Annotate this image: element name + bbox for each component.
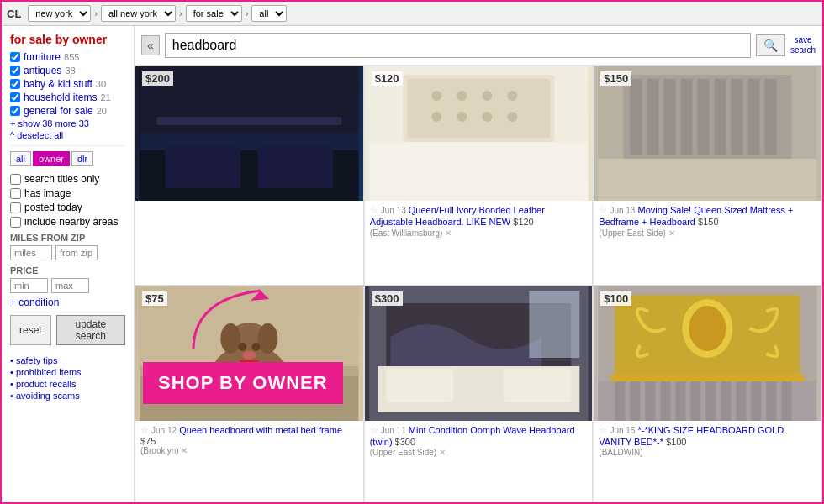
svg-rect-17: [369, 142, 588, 201]
nav-arrow-2: ›: [179, 8, 182, 18]
listing-item-2[interactable]: $120: [364, 66, 594, 286]
save-search-button[interactable]: save search: [790, 35, 816, 55]
svg-point-9: [431, 91, 441, 101]
category-general: general for sale 20: [10, 105, 125, 117]
tab-dlr[interactable]: dlr: [71, 151, 93, 166]
avoiding-scams-link[interactable]: avoiding scams: [10, 391, 125, 401]
filter-posted-today: posted today: [10, 202, 125, 213]
category-general-checkbox[interactable]: [10, 106, 20, 116]
svg-rect-21: [647, 79, 659, 155]
region-select[interactable]: all new york: [101, 5, 176, 22]
price-max-input[interactable]: [51, 278, 89, 293]
tab-all[interactable]: all: [10, 151, 31, 166]
reset-button[interactable]: reset: [10, 315, 51, 345]
search-prev-button[interactable]: «: [141, 35, 160, 55]
save-label: save: [794, 35, 811, 45]
posted-today-checkbox[interactable]: [10, 202, 21, 213]
nav-arrow-3: ›: [246, 8, 249, 18]
show-more-count: 33: [79, 118, 89, 129]
listing-item-5[interactable]: $300: [364, 286, 594, 505]
listing-5-image: [365, 286, 593, 421]
has-image-checkbox[interactable]: [10, 188, 21, 199]
search-titles-checkbox[interactable]: [10, 174, 21, 185]
svg-point-15: [482, 112, 492, 122]
listing-item-1[interactable]: $200: [135, 66, 364, 286]
location-select[interactable]: new york: [28, 5, 91, 22]
category-furniture-count: 855: [64, 52, 79, 62]
sale-select[interactable]: for sale: [186, 5, 242, 22]
listing-3-price-tag: $150: [698, 217, 718, 227]
listing-2-location: (East Williamsburg) ✕: [370, 228, 588, 238]
subcategory-select[interactable]: all: [251, 5, 287, 22]
listing-4-image: [135, 286, 363, 421]
svg-rect-8: [407, 79, 550, 138]
filter-search-titles: search titles only: [10, 173, 125, 185]
listing-item-6[interactable]: $100: [593, 286, 822, 505]
listing-3-price: $150: [600, 71, 631, 86]
listing-4-price-tag: $75: [140, 436, 156, 446]
category-baby-checkbox[interactable]: [10, 79, 20, 89]
svg-rect-29: [599, 159, 817, 201]
search-submit-button[interactable]: 🔍: [756, 34, 785, 56]
zip-input[interactable]: [55, 245, 98, 260]
category-household: household items 21: [10, 92, 125, 103]
condition-toggle[interactable]: + condition: [10, 297, 125, 308]
search-titles-label: search titles only: [24, 173, 99, 185]
svg-point-35: [220, 323, 240, 354]
category-antiques-count: 38: [65, 66, 75, 76]
svg-rect-62: [721, 381, 732, 421]
listings-grid: $200 $120: [135, 66, 822, 504]
price-min-input[interactable]: [10, 278, 48, 293]
safety-tips-link[interactable]: safety tips: [10, 355, 125, 365]
search-label: search: [790, 45, 816, 55]
svg-rect-28: [765, 79, 777, 155]
category-furniture-checkbox[interactable]: [10, 52, 20, 62]
listing-5-star: ☆: [370, 425, 378, 435]
listing-6-date: Jun 15: [610, 426, 635, 435]
listing-6-price-tag: $100: [666, 437, 686, 447]
show-more-link[interactable]: + show 38 more 33: [10, 118, 125, 129]
nearby-checkbox[interactable]: [10, 217, 21, 228]
listing-6-location: (BALDWIN): [599, 448, 816, 457]
grid-wrapper: $200 $120: [135, 66, 822, 504]
listing-4-title[interactable]: Queen headboard with metal bed frame: [179, 425, 342, 435]
prohibited-items-link[interactable]: prohibited items: [10, 367, 125, 377]
listing-item-4[interactable]: $75: [135, 286, 364, 505]
svg-rect-55: [615, 381, 626, 421]
svg-rect-27: [748, 79, 760, 155]
search-input[interactable]: [165, 33, 751, 58]
listing-3-date: Jun 13: [610, 206, 635, 215]
footer-links: safety tips prohibited items product rec…: [10, 355, 125, 401]
listing-5-price-tag: $300: [395, 437, 415, 447]
svg-rect-20: [631, 79, 642, 155]
svg-rect-5: [257, 146, 333, 188]
svg-rect-61: [706, 381, 716, 421]
svg-point-52: [689, 306, 726, 351]
miles-row: [10, 245, 125, 260]
listing-6-star: ☆: [599, 425, 607, 435]
listing-6-image: [594, 286, 821, 421]
listing-5-date: Jun 11: [381, 426, 406, 435]
svg-point-39: [242, 351, 256, 360]
tab-owner[interactable]: owner: [33, 151, 70, 166]
category-baby-label: baby & kid stuff: [24, 78, 92, 90]
action-buttons: reset update search: [10, 315, 125, 345]
category-furniture-label: furniture: [24, 51, 61, 63]
category-antiques-checkbox[interactable]: [10, 66, 20, 76]
svg-rect-59: [676, 381, 686, 421]
miles-input[interactable]: [10, 245, 52, 260]
nearby-label: include nearby areas: [24, 216, 118, 228]
svg-rect-56: [631, 381, 641, 421]
product-recalls-link[interactable]: product recalls: [10, 379, 125, 389]
update-search-button[interactable]: update search: [56, 315, 125, 345]
main-content: « 🔍 save search $200: [135, 26, 822, 504]
svg-rect-47: [504, 369, 571, 402]
category-household-checkbox[interactable]: [10, 92, 20, 102]
cl-logo: CL: [7, 8, 21, 20]
listing-2-price-tag: $120: [513, 217, 533, 227]
listing-4-location: (Brooklyn) ✕: [140, 446, 358, 455]
category-antiques-label: antiques: [24, 65, 61, 76]
svg-rect-24: [698, 79, 710, 155]
deselect-all-link[interactable]: ^ deselect all: [10, 130, 125, 140]
listing-item-3[interactable]: $150: [593, 66, 822, 286]
